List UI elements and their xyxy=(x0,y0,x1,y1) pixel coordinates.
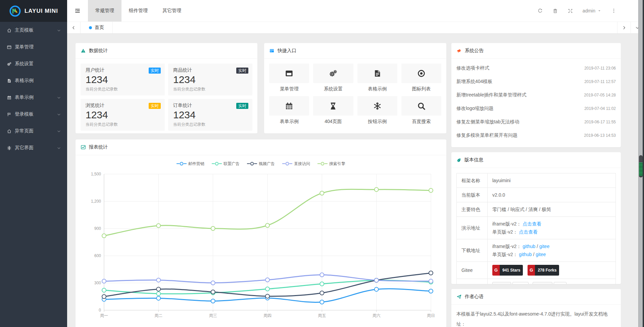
chevron-down-icon xyxy=(57,95,61,100)
github-fork-widget[interactable]: Fork440 xyxy=(533,282,566,284)
quick-tile xyxy=(401,64,441,83)
svg-text:300: 300 xyxy=(94,281,101,285)
stat-desc: 当前分类总记录数 xyxy=(173,122,247,127)
github-count: 440 xyxy=(554,282,566,284)
sidebar-item-other-ui[interactable]: 其它界面 xyxy=(0,139,67,156)
logo-title: LAYUI MINI xyxy=(24,8,58,14)
sidebar-item-system-setting[interactable]: 系统设置 xyxy=(0,55,67,72)
quick-label: 系统设置 xyxy=(313,86,353,92)
sidebar-item-form-demo[interactable]: 表单示例 xyxy=(0,89,67,106)
quick-entry-baidu-search[interactable]: 百度搜索 xyxy=(401,96,441,125)
file-icon xyxy=(373,69,382,78)
legend-item[interactable]: 联盟广告 xyxy=(212,161,240,167)
legend-item[interactable]: 邮件营销 xyxy=(177,161,204,167)
sidebar-item-label: 登录模板 xyxy=(15,111,57,117)
quick-label: 菜单管理 xyxy=(269,86,309,92)
legend-item[interactable]: 视频广告 xyxy=(247,161,275,167)
warning-triangle-icon xyxy=(81,48,86,53)
sidebar: LAYUI MINI 主页模板菜单管理系统设置表格示例表单示例登录模板异常页面其… xyxy=(0,0,67,327)
version-value: 零门槛 / 响应式 / 清爽 / 极简 xyxy=(492,207,551,212)
quick-entry-page-404[interactable]: 404页面 xyxy=(313,96,353,125)
quick-entry-icon-list[interactable]: 图标列表 xyxy=(401,64,441,92)
notice-row[interactable]: 新增treetable插件和菜单管理样式2019-07-05 14:28 xyxy=(456,88,616,102)
link-点击查看[interactable]: 点击查看 xyxy=(523,221,541,227)
stat-value: 1234 xyxy=(173,109,247,121)
gitee-badge[interactable]: G278 Forks xyxy=(528,265,559,276)
realtime-badge: 实时 xyxy=(236,68,248,74)
app-window: LAYUI MINI 主页模板菜单管理系统设置表格示例表单示例登录模板异常页面其… xyxy=(0,0,644,327)
sidebar-item-label: 主页模板 xyxy=(15,27,57,33)
gitee-badge[interactable]: G941 Stars xyxy=(492,265,523,276)
user-dropdown[interactable]: admin xyxy=(578,0,606,22)
line-chart: 03006009001,2001,500周一周二周三周四周五周六周日 xyxy=(76,167,446,322)
panel-quick-entry: 快捷入口 菜单管理系统设置表格示例图标列表表单示例404页面按钮示例百度搜索 xyxy=(264,43,446,133)
fullscreen-button[interactable] xyxy=(563,0,578,22)
stat-cards: 用户统计1234当前分类总记录数实时商品统计1234当前分类总记录数实时浏览统计… xyxy=(76,59,257,133)
link-gitee[interactable]: gitee xyxy=(536,252,546,257)
more-menu-button[interactable] xyxy=(606,0,621,22)
notice-row[interactable]: 新增系统404模板2019-07-11 12:57 xyxy=(456,75,616,88)
svg-text:周四: 周四 xyxy=(263,313,271,318)
realtime-badge: 实时 xyxy=(149,68,161,74)
page-scrollbar[interactable] xyxy=(638,0,644,327)
sidebar-item-home-template[interactable]: 主页模板 xyxy=(0,22,67,39)
logo: LAYUI MINI xyxy=(0,0,67,22)
scrollbar-thumb[interactable] xyxy=(639,155,643,177)
stat-value: 1234 xyxy=(173,74,247,85)
tabs-scroll-left-button[interactable] xyxy=(67,22,81,33)
content: 数据统计 用户统计1234当前分类总记录数实时商品统计1234当前分类总记录数实… xyxy=(67,34,644,327)
github-star-widget[interactable]: Star1,419 xyxy=(492,282,529,284)
tab-home[interactable]: 首页 xyxy=(81,22,113,33)
sidebar-item-error-page[interactable]: 异常页面 xyxy=(0,123,67,139)
left-column: 数据统计 用户统计1234当前分类总记录数实时商品统计1234当前分类总记录数实… xyxy=(76,43,446,327)
quick-entry-menu-manage[interactable]: 菜单管理 xyxy=(269,64,309,92)
menu-toggle-button[interactable] xyxy=(67,0,88,22)
chevron-left-icon xyxy=(71,25,76,30)
legend-item[interactable]: 搜索引擎 xyxy=(317,161,345,167)
sidebar-item-label: 菜单管理 xyxy=(15,44,61,50)
quick-entry-table-demo[interactable]: 表格示例 xyxy=(357,64,397,92)
notice-row[interactable]: 修改选项卡样式2019-07-11 23:06 xyxy=(456,62,616,75)
svg-text:周日: 周日 xyxy=(427,313,435,318)
notice-time: 2019-07-04 11:02 xyxy=(584,106,616,111)
hourglass-icon xyxy=(329,101,338,111)
sidebar-menu: 主页模板菜单管理系统设置表格示例表单示例登录模板异常页面其它界面 xyxy=(0,22,67,156)
sidebar-item-login-template[interactable]: 登录模板 xyxy=(0,106,67,123)
link-line: iframe版-v2： 点击查看 xyxy=(492,221,541,227)
trash-button[interactable] xyxy=(548,0,563,22)
svg-text:周六: 周六 xyxy=(373,313,381,318)
refresh-button[interactable] xyxy=(533,0,548,22)
module-tab-0[interactable]: 常规管理 xyxy=(88,0,121,22)
version-label: Gitee xyxy=(457,262,488,279)
link-点击查看[interactable]: 点击查看 xyxy=(519,229,538,235)
quick-grid: 菜单管理系统设置表格示例图标列表表单示例404页面按钮示例百度搜索 xyxy=(264,59,446,128)
chart-legend: 邮件营销联盟广告视频广告直接访问搜索引擎 xyxy=(76,160,446,167)
notice-row[interactable]: 修复多模块菜单栏展开有问题2019-06-13 14:53 xyxy=(456,129,616,142)
quick-label: 百度搜索 xyxy=(401,119,441,125)
link-github[interactable]: github xyxy=(523,244,535,249)
svg-text:900: 900 xyxy=(94,226,101,231)
module-tab-2[interactable]: 其它管理 xyxy=(155,0,189,22)
username: admin xyxy=(583,8,595,13)
notice-text: 修改logo缩放问题 xyxy=(456,106,493,112)
chevron-down-icon xyxy=(57,129,61,133)
quick-entry-button-demo[interactable]: 按钮示例 xyxy=(357,96,397,125)
panel-title: 系统公告 xyxy=(465,48,484,54)
sidebar-item-table-demo[interactable]: 表格示例 xyxy=(0,72,67,89)
version-label: 当前版本 xyxy=(457,188,488,202)
link-gitee[interactable]: gitee xyxy=(539,244,549,249)
legend-item[interactable]: 直接访问 xyxy=(282,161,310,167)
sidebar-item-menu-manage[interactable]: 菜单管理 xyxy=(0,39,67,55)
quick-label: 图标列表 xyxy=(401,86,441,92)
legend-label: 视频广告 xyxy=(259,161,275,167)
notice-row[interactable]: 修改logo缩放问题2019-07-04 11:02 xyxy=(456,102,616,115)
link-github[interactable]: github xyxy=(519,252,532,257)
quick-entry-form-demo[interactable]: 表单示例 xyxy=(269,96,309,125)
search-icon xyxy=(417,101,426,111)
notice-row[interactable]: 修复左侧菜单缩放tab无法移动2019-06-17 11:55 xyxy=(456,115,616,129)
quick-entry-system-setting[interactable]: 系统设置 xyxy=(313,64,353,92)
sidebar-item-label: 表单示例 xyxy=(15,94,57,100)
tabs-scroll-right-button[interactable] xyxy=(617,22,631,33)
module-tab-1[interactable]: 组件管理 xyxy=(121,0,155,22)
version-label: 演示地址 xyxy=(457,217,488,239)
